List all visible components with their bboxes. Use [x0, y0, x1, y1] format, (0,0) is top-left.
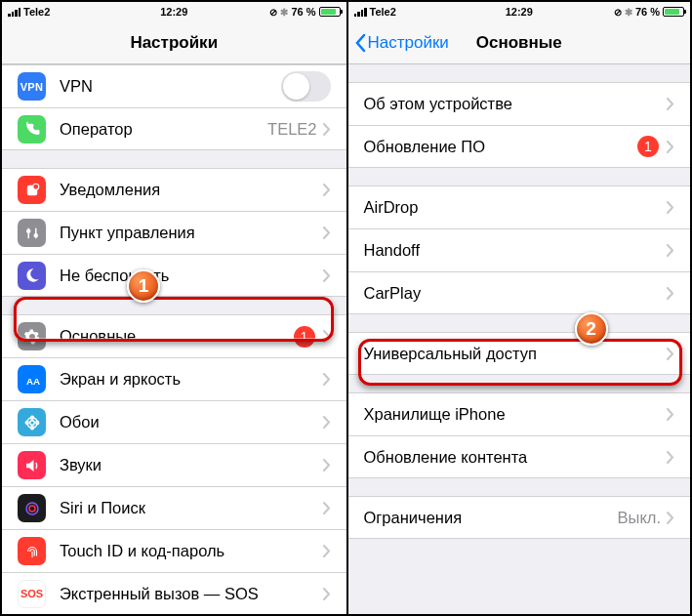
- badge: 1: [637, 136, 659, 157]
- chevron-right-icon: [667, 348, 674, 360]
- row-about[interactable]: Об этом устройстве: [348, 82, 691, 125]
- clock: 12:29: [160, 6, 187, 18]
- chevron-right-icon: [667, 98, 674, 110]
- row-label: Уведомления: [60, 181, 323, 199]
- battery-icon: [319, 7, 341, 17]
- siri-icon: [18, 494, 46, 522]
- notifications-icon: [18, 176, 46, 204]
- moon-icon: [18, 262, 46, 290]
- battery-icon: [663, 7, 684, 17]
- chevron-right-icon: [323, 184, 331, 196]
- chevron-right-icon: [667, 512, 674, 524]
- general-list: Об этом устройстве Обновление ПО 1 AirDr…: [348, 82, 691, 539]
- chevron-right-icon: [667, 287, 674, 300]
- annotation-marker-1: 1: [127, 269, 160, 303]
- clock: 12:29: [506, 6, 533, 18]
- svg-text:AA: AA: [26, 375, 40, 386]
- chevron-right-icon: [667, 408, 674, 421]
- row-background-refresh[interactable]: Обновление контента: [348, 435, 691, 478]
- row-carplay[interactable]: CarPlay: [348, 271, 691, 314]
- page-title: Настройки: [130, 33, 218, 53]
- row-label: Универсальный доступ: [364, 345, 668, 363]
- badge: 1: [294, 326, 315, 348]
- chevron-right-icon: [667, 141, 674, 153]
- row-sos[interactable]: SOS Экстренный вызов — SOS: [2, 572, 346, 614]
- svg-point-13: [26, 503, 38, 514]
- chevron-right-icon: [323, 502, 331, 514]
- sounds-icon: [18, 451, 46, 479]
- orientation-lock-icon: ⊘: [269, 7, 277, 18]
- phone-general: Tele2 12:29 ⊘ ✱ 76 % Настройки Основные: [346, 2, 691, 614]
- fingerprint-icon: [18, 537, 46, 565]
- row-label: Touch ID и код-пароль: [60, 542, 323, 560]
- row-accessibility[interactable]: Универсальный доступ: [348, 332, 691, 375]
- sos-icon: SOS: [18, 580, 46, 608]
- settings-list: VPN VPN Оператор TELE2: [2, 64, 346, 614]
- row-label: Handoff: [364, 241, 668, 260]
- row-value: TELE2: [267, 120, 316, 139]
- page-title: Основные: [476, 33, 562, 53]
- row-label: CarPlay: [364, 284, 668, 303]
- chevron-right-icon: [323, 269, 331, 282]
- chevron-right-icon: [323, 416, 331, 429]
- row-carrier[interactable]: Оператор TELE2: [2, 107, 346, 150]
- row-control-center[interactable]: Пункт управления: [2, 211, 346, 254]
- chevron-right-icon: [323, 545, 331, 557]
- row-label: Экстренный вызов — SOS: [60, 585, 323, 603]
- battery-percent: 76 %: [635, 6, 660, 18]
- battery-percent: 76 %: [291, 6, 315, 18]
- row-handoff[interactable]: Handoff: [348, 228, 691, 271]
- row-sounds[interactable]: Звуки: [2, 443, 346, 486]
- chevron-right-icon: [667, 451, 674, 464]
- row-airdrop[interactable]: AirDrop: [348, 185, 691, 228]
- row-software-update[interactable]: Обновление ПО 1: [348, 125, 691, 168]
- phone-icon: [18, 115, 46, 144]
- row-label: Не беспокоить: [60, 267, 323, 285]
- row-label: Обновление ПО: [364, 138, 638, 156]
- row-label: Ограничения: [364, 509, 618, 527]
- row-label: Обновление контента: [364, 448, 668, 467]
- row-label: Звуки: [60, 456, 323, 474]
- row-label: Основные: [60, 327, 294, 346]
- row-siri[interactable]: Siri и Поиск: [2, 486, 346, 529]
- row-wallpaper[interactable]: Обои: [2, 400, 346, 443]
- row-vpn[interactable]: VPN VPN: [2, 64, 346, 107]
- row-restrictions[interactable]: Ограничения Выкл.: [348, 496, 691, 539]
- signal-icon: [354, 8, 367, 17]
- back-button[interactable]: Настройки: [354, 33, 449, 53]
- row-label: Экран и яркость: [60, 370, 323, 389]
- signal-icon: [8, 8, 20, 17]
- vpn-switch[interactable]: [281, 71, 331, 102]
- bluetooth-icon: ✱: [280, 7, 288, 18]
- svg-point-8: [29, 420, 34, 425]
- vpn-icon: VPN: [18, 72, 46, 101]
- gear-icon: [18, 322, 46, 350]
- svg-point-1: [32, 184, 38, 189]
- back-label: Настройки: [368, 33, 449, 53]
- row-general[interactable]: Основные 1: [2, 314, 346, 357]
- row-do-not-disturb[interactable]: Не беспокоить: [2, 254, 346, 297]
- chevron-right-icon: [323, 588, 331, 600]
- display-icon: AA: [18, 365, 46, 393]
- carrier-label: Tele2: [23, 6, 50, 18]
- orientation-lock-icon: ⊘: [614, 7, 622, 18]
- row-notifications[interactable]: Уведомления: [2, 168, 346, 211]
- chevron-right-icon: [323, 330, 331, 343]
- wallpaper-icon: [18, 408, 46, 436]
- row-display[interactable]: AA Экран и яркость: [2, 357, 346, 400]
- chevron-right-icon: [667, 201, 674, 214]
- row-storage[interactable]: Хранилище iPhone: [348, 392, 691, 435]
- row-value: Выкл.: [618, 509, 661, 527]
- phone-settings: Tele2 12:29 ⊘ ✱ 76 % Настройки VPN VPN: [2, 2, 346, 614]
- row-label: Пункт управления: [60, 224, 323, 242]
- status-bar: Tele2 12:29 ⊘ ✱ 76 %: [348, 2, 691, 21]
- status-bar: Tele2 12:29 ⊘ ✱ 76 %: [2, 2, 346, 21]
- control-center-icon: [18, 219, 46, 247]
- row-label: Siri и Поиск: [60, 499, 323, 517]
- row-label: Обои: [60, 413, 323, 431]
- chevron-right-icon: [323, 226, 331, 239]
- row-touchid[interactable]: Touch ID и код-пароль: [2, 529, 346, 572]
- row-label: Хранилище iPhone: [364, 405, 668, 424]
- svg-point-5: [34, 233, 37, 236]
- chevron-right-icon: [323, 459, 331, 472]
